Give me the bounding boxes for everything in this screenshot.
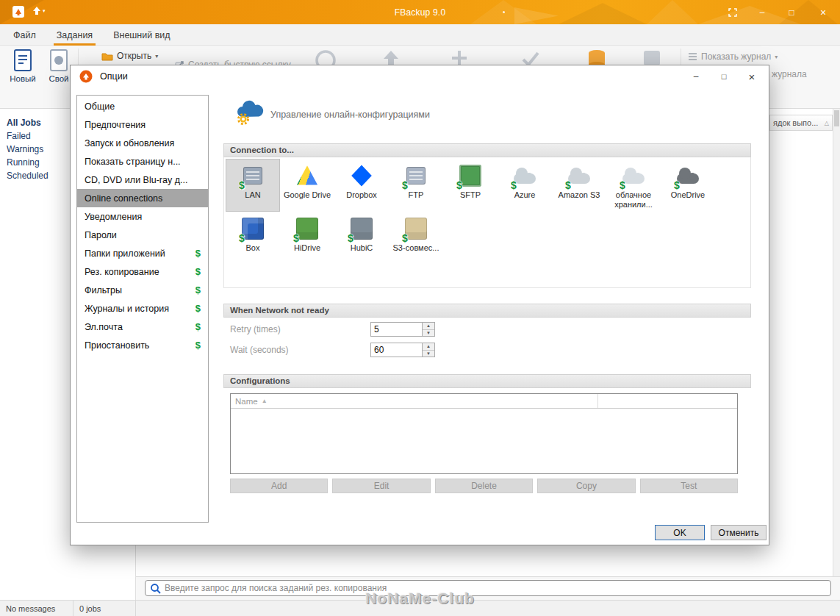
- options-category[interactable]: Уведомления $: [77, 207, 208, 226]
- fullscreen-icon: [728, 8, 737, 17]
- options-category[interactable]: Журналы и история $: [77, 299, 208, 318]
- name-column-header[interactable]: Name ▲: [231, 394, 598, 408]
- online-config-icon: [234, 99, 265, 129]
- menu-tab[interactable]: Внешний вид: [103, 24, 180, 46]
- options-category[interactable]: Папки приложений $: [77, 244, 208, 262]
- status-jobs: 0 jobs: [73, 601, 136, 616]
- connection-tile[interactable]: $ облачное хранили...: [606, 159, 661, 212]
- status-messages: No messages: [0, 601, 73, 616]
- spin-down-button[interactable]: ▼: [423, 330, 434, 337]
- menu-tab[interactable]: Задания: [46, 24, 103, 46]
- options-category[interactable]: Общие $: [77, 97, 208, 115]
- dialog-maximize-button[interactable]: □: [710, 65, 738, 87]
- dollar-icon: $: [402, 232, 408, 244]
- connection-tile[interactable]: $ SFTP: [443, 159, 498, 212]
- options-category[interactable]: Пароли $: [77, 226, 208, 244]
- spin-down-button[interactable]: ▼: [423, 351, 434, 357]
- dollar-icon: $: [293, 232, 299, 244]
- options-category[interactable]: Запуск и обновления $: [77, 134, 208, 152]
- connection-tile[interactable]: $ HubiC: [334, 212, 389, 255]
- config-button[interactable]: Edit: [332, 479, 430, 493]
- quick-access-toolbar-button[interactable]: ▾: [32, 6, 46, 15]
- connection-icon: $: [240, 163, 265, 188]
- config-button[interactable]: Add: [230, 479, 328, 493]
- ok-button[interactable]: OK: [655, 525, 705, 540]
- spin-up-button[interactable]: ▲: [423, 323, 434, 330]
- dollar-icon: $: [195, 284, 201, 296]
- options-category[interactable]: Фильтры $: [77, 281, 208, 299]
- dollar-icon: $: [195, 303, 201, 314]
- connection-label: HubiC: [351, 243, 373, 253]
- options-category[interactable]: Приостановить $: [77, 336, 208, 354]
- config-button[interactable]: Copy: [537, 479, 635, 493]
- cancel-button[interactable]: Отменить: [711, 525, 767, 540]
- connection-tile[interactable]: $ LAN: [226, 159, 280, 212]
- close-button[interactable]: ×: [806, 0, 840, 24]
- configurations-table: Name ▲: [230, 393, 738, 474]
- pin-up-icon: [32, 6, 41, 15]
- vertical-scrollbar[interactable]: [833, 109, 840, 576]
- show-log-button[interactable]: Показать журнал ▾: [688, 51, 778, 62]
- connection-tile[interactable]: $ HiDrive: [280, 212, 334, 255]
- options-category[interactable]: CD, DVD или Blu-ray д... $: [77, 171, 208, 189]
- show-log-label: Показать журнал: [701, 51, 771, 62]
- dollar-icon: $: [402, 179, 408, 191]
- options-category-label: Общие: [85, 101, 115, 112]
- connection-label: HiDrive: [294, 243, 320, 253]
- folder-icon: [101, 51, 113, 61]
- sort-asc-icon: ▲: [262, 398, 268, 404]
- options-category-label: Журналы и история: [85, 304, 169, 314]
- retry-input[interactable]: [371, 323, 422, 336]
- connection-label: Google Drive: [284, 190, 331, 200]
- connection-tile[interactable]: $ Azure: [498, 159, 552, 212]
- dollar-icon: $: [511, 179, 517, 191]
- connection-label: OneDrive: [671, 190, 705, 200]
- section-network: When Network not ready: [223, 304, 751, 318]
- menu-tab[interactable]: Файл: [3, 24, 46, 46]
- app-icon[interactable]: [12, 5, 25, 21]
- connection-label: FTP: [409, 190, 424, 200]
- search-input[interactable]: [165, 583, 830, 593]
- options-category-list: Общие $ Предпочтения $ Запуск и обновлен…: [76, 95, 209, 523]
- maximize-button[interactable]: □: [777, 0, 806, 24]
- titlebar-dot: [503, 11, 505, 13]
- sort-icon: △: [825, 120, 829, 126]
- spin-up-button[interactable]: ▲: [423, 343, 434, 351]
- connection-icon: $: [675, 163, 700, 188]
- connection-icon: $: [512, 163, 537, 188]
- menu-bar: ФайлЗаданияВнешний вид: [0, 24, 840, 46]
- options-category[interactable]: Предпочтения $: [77, 115, 208, 134]
- connection-tile[interactable]: $ Google Drive: [280, 159, 334, 212]
- minimize-button[interactable]: –: [747, 0, 777, 24]
- new-job-button[interactable]: Новый: [4, 49, 41, 83]
- connection-tile[interactable]: $ Box: [226, 212, 280, 255]
- connection-label: облачное хранили...: [607, 190, 660, 209]
- dialog-close-button[interactable]: ×: [738, 65, 766, 87]
- scrollbar-thumb[interactable]: [834, 110, 839, 126]
- search-box: [145, 580, 831, 596]
- wait-input[interactable]: [371, 343, 422, 357]
- search-strip: [136, 576, 840, 600]
- connection-tile[interactable]: $ Dropbox: [334, 159, 389, 212]
- configuration-buttons: AddEditDeleteCopyTest: [230, 479, 738, 493]
- open-button[interactable]: Открыть ▾: [101, 51, 158, 61]
- dollar-icon: $: [239, 179, 245, 191]
- section-configurations: Configurations: [223, 374, 751, 388]
- fullscreen-button[interactable]: [718, 0, 747, 24]
- connection-label: Amazon S3: [559, 190, 600, 200]
- connection-tile[interactable]: $ S3-совмес...: [389, 212, 443, 255]
- connection-icon: $: [567, 163, 592, 188]
- config-button[interactable]: Test: [640, 479, 738, 493]
- options-category-label: Предпочтения: [85, 120, 146, 130]
- options-category-label: Приостановить: [85, 340, 149, 351]
- options-category[interactable]: Рез. копирование $: [77, 262, 208, 281]
- jobs-column-header-fragment[interactable]: ядок выпо... △: [769, 115, 833, 131]
- options-category[interactable]: Online connections $: [77, 189, 208, 207]
- dialog-minimize-button[interactable]: –: [682, 65, 710, 87]
- config-button[interactable]: Delete: [435, 479, 533, 493]
- connection-tile[interactable]: $ OneDrive: [661, 159, 715, 212]
- options-category[interactable]: Эл.почта $: [77, 318, 208, 336]
- connection-tile[interactable]: $ Amazon S3: [552, 159, 606, 212]
- options-category[interactable]: Показать страницу н... $: [77, 152, 208, 171]
- connection-tile[interactable]: $ FTP: [389, 159, 443, 212]
